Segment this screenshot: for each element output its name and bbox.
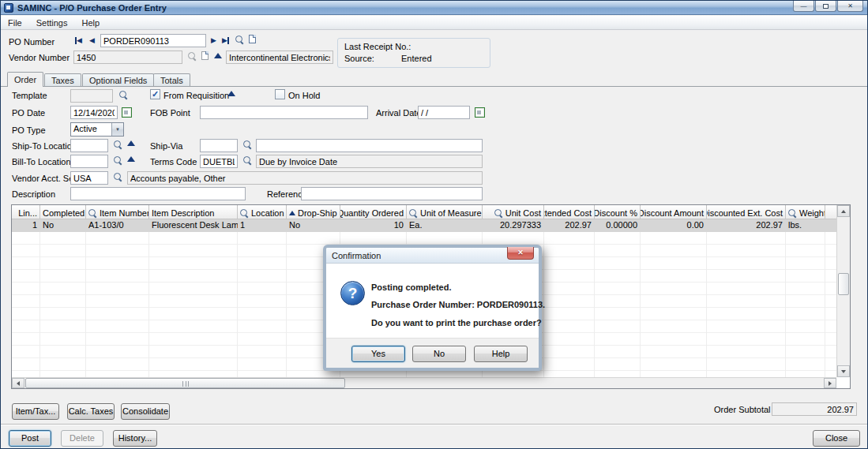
grid-column-header[interactable]: Unit Cost xyxy=(483,205,544,219)
first-record-icon[interactable]: ◀ xyxy=(75,35,82,46)
history-button[interactable]: History... xyxy=(113,430,157,447)
po-date-picker-icon[interactable] xyxy=(122,107,132,118)
from-requisition-checkbox[interactable]: ✓ xyxy=(150,89,160,99)
next-record-icon[interactable]: ▶ xyxy=(211,35,216,46)
grid-column-header[interactable]: Lin... xyxy=(12,205,40,219)
search-icon xyxy=(409,209,418,218)
grid-column-header[interactable]: Unit of Measure xyxy=(407,205,483,219)
grid-cell[interactable]: lbs. xyxy=(786,219,825,232)
ship-to-input[interactable] xyxy=(70,139,108,152)
po-number-new-icon[interactable] xyxy=(249,35,256,43)
grid-column-header[interactable]: Extended Cost xyxy=(544,205,595,219)
po-date-input[interactable] xyxy=(70,106,118,119)
arrival-date-input[interactable] xyxy=(418,106,470,119)
dialog-close-button[interactable]: ✕ xyxy=(507,247,534,260)
scroll-right-icon[interactable] xyxy=(824,378,836,388)
bill-to-search-icon[interactable] xyxy=(114,156,122,165)
grid-column-header[interactable]: Location xyxy=(238,205,287,219)
maximize-button[interactable] xyxy=(815,1,836,12)
grid-cell[interactable]: 0.00 xyxy=(641,219,707,232)
acct-set-input[interactable] xyxy=(70,171,108,185)
grid-column-header[interactable]: Item Number xyxy=(86,205,149,219)
grid-cell[interactable]: 1 xyxy=(12,219,40,232)
tab-optional-fields[interactable]: Optional Fields xyxy=(82,73,154,87)
grid-column-header[interactable]: Discount Amount xyxy=(641,205,707,219)
menu-settings[interactable]: Settings xyxy=(29,16,75,29)
no-button[interactable]: No xyxy=(412,346,466,362)
item-tax-button[interactable]: Item/Tax... xyxy=(12,403,59,420)
grid-cell[interactable]: 202.97 xyxy=(544,219,595,232)
scroll-down-icon[interactable] xyxy=(837,365,850,377)
scroll-left-icon[interactable] xyxy=(12,378,24,388)
ship-via-search-icon[interactable] xyxy=(243,140,252,149)
acct-set-search-icon[interactable] xyxy=(114,173,122,181)
help-button[interactable]: Help xyxy=(474,346,528,362)
delete-button[interactable]: Delete xyxy=(61,430,103,447)
ship-via-label: Ship-Via xyxy=(150,141,182,151)
grid-cell[interactable]: 20.297333 xyxy=(483,219,544,232)
po-number-input[interactable] xyxy=(100,34,206,47)
horizontal-scroll-thumb[interactable] xyxy=(25,378,345,388)
previous-record-icon[interactable]: ◀ xyxy=(89,35,95,46)
minimize-button[interactable]: — xyxy=(793,1,814,12)
bill-to-zoom-icon[interactable] xyxy=(127,156,135,162)
bill-to-input[interactable] xyxy=(70,155,108,168)
grid-column-header[interactable]: Item Description xyxy=(149,205,238,219)
source-label: Source: xyxy=(344,54,374,63)
scroll-up-icon[interactable] xyxy=(837,205,850,217)
grid-column-header[interactable]: Weight xyxy=(786,205,825,219)
tab-order[interactable]: Order xyxy=(7,72,43,87)
menu-help[interactable]: Help xyxy=(74,16,107,29)
description-input[interactable] xyxy=(70,187,246,200)
vertical-scroll-thumb[interactable] xyxy=(838,273,849,295)
grid-cell[interactable]: No xyxy=(287,219,340,232)
vendor-new-icon[interactable] xyxy=(201,51,209,60)
arrival-date-picker-icon[interactable] xyxy=(475,107,485,118)
post-button[interactable]: Post xyxy=(9,430,51,447)
close-button[interactable]: Close xyxy=(813,430,860,447)
fob-point-input[interactable] xyxy=(200,106,368,119)
grid-cell[interactable]: 202.97 xyxy=(707,219,786,232)
vendor-search-icon[interactable] xyxy=(188,52,197,61)
ship-to-search-icon[interactable] xyxy=(114,140,122,149)
po-type-select[interactable]: Active ▼ xyxy=(70,122,124,137)
template-search-icon[interactable] xyxy=(119,91,128,99)
terms-search-icon[interactable] xyxy=(243,156,252,165)
po-type-dropdown-icon[interactable]: ▼ xyxy=(111,123,123,136)
menu-file[interactable]: File xyxy=(1,16,29,29)
grid-column-header[interactable]: Discount % xyxy=(595,205,641,219)
reference-input[interactable] xyxy=(301,187,483,200)
vendor-number-input[interactable] xyxy=(73,51,182,64)
vendor-zoom-icon[interactable] xyxy=(214,53,222,58)
calc-taxes-button[interactable]: Calc. Taxes xyxy=(67,403,115,420)
grid-data-row[interactable]: 1NoA1-103/0Fluorescent Desk Lamp1No10Ea.… xyxy=(12,219,836,232)
grid-vertical-scrollbar[interactable] xyxy=(836,205,850,377)
consolidate-button[interactable]: Consolidate xyxy=(121,403,170,420)
on-hold-checkbox[interactable] xyxy=(275,89,285,99)
grid-column-header[interactable]: Drop-Ship xyxy=(287,205,340,219)
template-input[interactable] xyxy=(70,89,113,103)
grid-cell[interactable]: Fluorescent Desk Lamp xyxy=(149,219,238,232)
grid-cell[interactable]: Ea. xyxy=(407,219,483,232)
last-record-icon[interactable]: ▶ xyxy=(222,35,229,46)
acct-set-desc-field xyxy=(127,171,483,185)
grid-cell[interactable]: 10 xyxy=(340,219,407,232)
grid-column-header[interactable]: Completed xyxy=(40,205,86,219)
ship-to-label: Ship-To Location xyxy=(12,141,77,151)
po-number-search-icon[interactable] xyxy=(235,36,244,44)
tab-totals[interactable]: Totals xyxy=(153,73,190,87)
grid-cell[interactable]: 1 xyxy=(238,219,287,232)
grid-column-header[interactable]: Discounted Ext. Cost xyxy=(707,205,786,219)
ship-via-input[interactable] xyxy=(200,139,238,152)
ship-to-zoom-icon[interactable] xyxy=(127,140,135,146)
terms-code-input[interactable] xyxy=(200,155,238,168)
window-close-button[interactable]: ✕ xyxy=(837,1,863,12)
yes-button[interactable]: Yes xyxy=(351,346,405,362)
tab-taxes[interactable]: Taxes xyxy=(44,73,81,87)
grid-horizontal-scrollbar[interactable] xyxy=(12,377,836,388)
grid-column-header[interactable]: Quantity Ordered xyxy=(340,205,407,219)
grid-cell[interactable]: 0.00000 xyxy=(595,219,641,232)
grid-cell[interactable]: No xyxy=(40,219,86,232)
grid-cell[interactable]: A1-103/0 xyxy=(86,219,149,232)
requisition-zoom-icon[interactable] xyxy=(227,91,235,96)
